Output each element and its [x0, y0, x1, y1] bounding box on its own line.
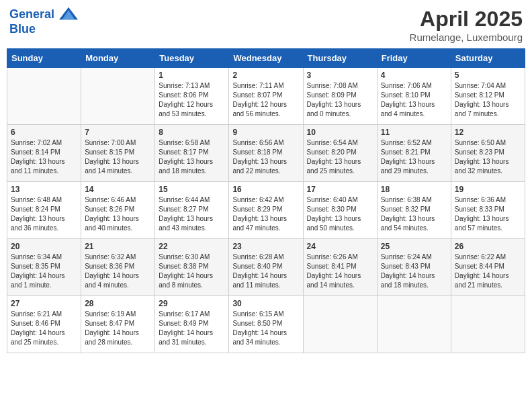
day-number: 18	[381, 185, 447, 194]
day-number: 19	[455, 185, 521, 194]
day-info: Sunrise: 7:02 AM Sunset: 8:14 PM Dayligh…	[11, 138, 77, 176]
calendar-cell: 20Sunrise: 6:34 AM Sunset: 8:35 PM Dayli…	[7, 239, 81, 296]
week-row-3: 13Sunrise: 6:48 AM Sunset: 8:24 PM Dayli…	[7, 182, 525, 239]
calendar-cell: 5Sunrise: 7:04 AM Sunset: 8:12 PM Daylig…	[451, 68, 525, 125]
calendar-cell: 18Sunrise: 6:38 AM Sunset: 8:32 PM Dayli…	[377, 182, 451, 239]
day-number: 26	[455, 242, 521, 251]
header-day-sunday: Sunday	[7, 49, 81, 68]
week-row-1: 1Sunrise: 7:13 AM Sunset: 8:06 PM Daylig…	[7, 68, 525, 125]
day-info: Sunrise: 6:21 AM Sunset: 8:46 PM Dayligh…	[11, 310, 77, 347]
title-block: April 2025 Rumelange, Luxembourg	[410, 7, 523, 43]
calendar-cell	[451, 296, 525, 353]
day-number: 21	[85, 242, 151, 251]
day-info: Sunrise: 6:56 AM Sunset: 8:18 PM Dayligh…	[232, 138, 299, 176]
calendar-cell: 2Sunrise: 7:11 AM Sunset: 8:07 PM Daylig…	[229, 68, 303, 125]
day-info: Sunrise: 7:08 AM Sunset: 8:09 PM Dayligh…	[307, 81, 373, 119]
calendar-cell: 10Sunrise: 6:54 AM Sunset: 8:20 PM Dayli…	[303, 125, 377, 182]
header-day-saturday: Saturday	[451, 49, 525, 68]
day-number: 9	[232, 128, 299, 137]
calendar-cell: 21Sunrise: 6:32 AM Sunset: 8:36 PM Dayli…	[81, 239, 155, 296]
day-info: Sunrise: 6:30 AM Sunset: 8:38 PM Dayligh…	[159, 253, 225, 290]
calendar-cell: 23Sunrise: 6:28 AM Sunset: 8:40 PM Dayli…	[229, 239, 303, 296]
calendar-cell: 4Sunrise: 7:06 AM Sunset: 8:10 PM Daylig…	[377, 68, 451, 125]
main-title: April 2025	[410, 7, 523, 32]
day-info: Sunrise: 6:58 AM Sunset: 8:17 PM Dayligh…	[159, 138, 225, 176]
day-number: 30	[232, 299, 299, 308]
day-info: Sunrise: 6:26 AM Sunset: 8:41 PM Dayligh…	[307, 253, 373, 290]
day-info: Sunrise: 6:24 AM Sunset: 8:43 PM Dayligh…	[381, 253, 447, 290]
calendar-cell: 29Sunrise: 6:17 AM Sunset: 8:49 PM Dayli…	[155, 296, 229, 353]
header-day-thursday: Thursday	[303, 49, 377, 68]
page-header: General Blue April 2025 Rumelange, Luxem…	[7, 7, 525, 43]
logo-text: General	[9, 7, 78, 23]
calendar-cell	[81, 68, 155, 125]
calendar-cell: 30Sunrise: 6:15 AM Sunset: 8:50 PM Dayli…	[229, 296, 303, 353]
day-number: 23	[232, 242, 299, 251]
day-info: Sunrise: 6:32 AM Sunset: 8:36 PM Dayligh…	[85, 253, 151, 290]
day-info: Sunrise: 6:22 AM Sunset: 8:44 PM Dayligh…	[455, 253, 521, 290]
day-number: 16	[232, 185, 299, 194]
calendar-cell: 12Sunrise: 6:50 AM Sunset: 8:23 PM Dayli…	[451, 125, 525, 182]
calendar-cell: 24Sunrise: 6:26 AM Sunset: 8:41 PM Dayli…	[303, 239, 377, 296]
calendar-cell	[7, 68, 81, 125]
day-info: Sunrise: 6:50 AM Sunset: 8:23 PM Dayligh…	[455, 138, 521, 176]
day-number: 2	[232, 71, 299, 80]
week-row-2: 6Sunrise: 7:02 AM Sunset: 8:14 PM Daylig…	[7, 125, 525, 182]
calendar-cell	[303, 296, 377, 353]
calendar-cell: 28Sunrise: 6:19 AM Sunset: 8:47 PM Dayli…	[81, 296, 155, 353]
calendar-cell: 6Sunrise: 7:02 AM Sunset: 8:14 PM Daylig…	[7, 125, 81, 182]
calendar-cell: 26Sunrise: 6:22 AM Sunset: 8:44 PM Dayli…	[451, 239, 525, 296]
calendar-cell: 22Sunrise: 6:30 AM Sunset: 8:38 PM Dayli…	[155, 239, 229, 296]
day-number: 6	[11, 128, 77, 137]
day-info: Sunrise: 6:38 AM Sunset: 8:32 PM Dayligh…	[381, 195, 447, 233]
day-number: 13	[11, 185, 77, 194]
day-info: Sunrise: 6:46 AM Sunset: 8:26 PM Dayligh…	[85, 195, 151, 233]
calendar-cell: 7Sunrise: 7:00 AM Sunset: 8:15 PM Daylig…	[81, 125, 155, 182]
day-number: 14	[85, 185, 151, 194]
day-number: 3	[307, 71, 373, 80]
day-info: Sunrise: 6:19 AM Sunset: 8:47 PM Dayligh…	[85, 310, 151, 347]
subtitle: Rumelange, Luxembourg	[410, 32, 523, 43]
day-number: 12	[455, 128, 521, 137]
day-number: 1	[159, 71, 225, 80]
day-number: 25	[381, 242, 447, 251]
day-info: Sunrise: 6:44 AM Sunset: 8:27 PM Dayligh…	[159, 195, 225, 233]
day-info: Sunrise: 7:11 AM Sunset: 8:07 PM Dayligh…	[232, 81, 299, 119]
day-number: 29	[159, 299, 225, 308]
calendar-cell: 11Sunrise: 6:52 AM Sunset: 8:21 PM Dayli…	[377, 125, 451, 182]
day-info: Sunrise: 6:28 AM Sunset: 8:40 PM Dayligh…	[232, 253, 299, 290]
calendar-cell: 13Sunrise: 6:48 AM Sunset: 8:24 PM Dayli…	[7, 182, 81, 239]
day-number: 24	[307, 242, 373, 251]
calendar-cell: 14Sunrise: 6:46 AM Sunset: 8:26 PM Dayli…	[81, 182, 155, 239]
day-number: 20	[11, 242, 77, 251]
day-info: Sunrise: 7:04 AM Sunset: 8:12 PM Dayligh…	[455, 81, 521, 119]
day-number: 7	[85, 128, 151, 137]
calendar-cell: 16Sunrise: 6:42 AM Sunset: 8:29 PM Dayli…	[229, 182, 303, 239]
week-row-4: 20Sunrise: 6:34 AM Sunset: 8:35 PM Dayli…	[7, 239, 525, 296]
day-info: Sunrise: 7:13 AM Sunset: 8:06 PM Dayligh…	[159, 81, 225, 119]
calendar-cell	[377, 296, 451, 353]
calendar-cell: 1Sunrise: 7:13 AM Sunset: 8:06 PM Daylig…	[155, 68, 229, 125]
day-info: Sunrise: 6:34 AM Sunset: 8:35 PM Dayligh…	[11, 253, 77, 290]
header-day-monday: Monday	[81, 49, 155, 68]
day-info: Sunrise: 6:54 AM Sunset: 8:20 PM Dayligh…	[307, 138, 373, 176]
calendar-cell: 9Sunrise: 6:56 AM Sunset: 8:18 PM Daylig…	[229, 125, 303, 182]
calendar-cell: 17Sunrise: 6:40 AM Sunset: 8:30 PM Dayli…	[303, 182, 377, 239]
day-info: Sunrise: 6:48 AM Sunset: 8:24 PM Dayligh…	[11, 195, 77, 233]
day-info: Sunrise: 7:00 AM Sunset: 8:15 PM Dayligh…	[85, 138, 151, 176]
day-number: 10	[307, 128, 373, 137]
day-number: 27	[11, 299, 77, 308]
header-day-friday: Friday	[377, 49, 451, 68]
calendar-cell: 15Sunrise: 6:44 AM Sunset: 8:27 PM Dayli…	[155, 182, 229, 239]
calendar-cell: 27Sunrise: 6:21 AM Sunset: 8:46 PM Dayli…	[7, 296, 81, 353]
header-day-wednesday: Wednesday	[229, 49, 303, 68]
day-info: Sunrise: 6:15 AM Sunset: 8:50 PM Dayligh…	[232, 310, 299, 347]
day-number: 15	[159, 185, 225, 194]
logo: General Blue	[9, 7, 78, 36]
day-number: 8	[159, 128, 225, 137]
header-day-tuesday: Tuesday	[155, 49, 229, 68]
calendar-table: SundayMondayTuesdayWednesdayThursdayFrid…	[7, 48, 525, 353]
day-number: 5	[455, 71, 521, 80]
calendar-cell: 25Sunrise: 6:24 AM Sunset: 8:43 PM Dayli…	[377, 239, 451, 296]
day-number: 28	[85, 299, 151, 308]
